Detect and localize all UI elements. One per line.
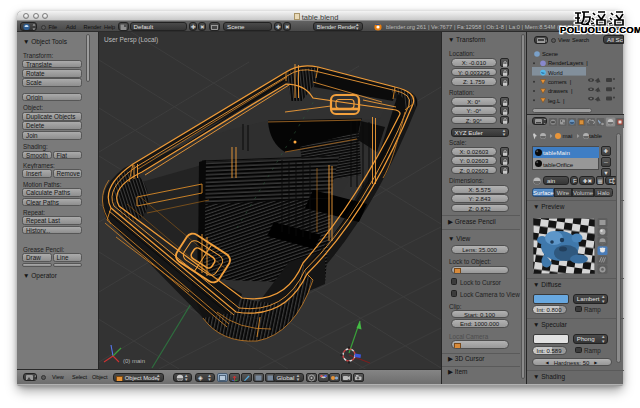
svg-text:(0) main: (0) main: [123, 358, 145, 364]
svg-text:POLUOLUO.COM: POLUOLUO.COM: [560, 24, 640, 35]
svg-text:User Persp (Local): User Persp (Local): [104, 36, 158, 44]
